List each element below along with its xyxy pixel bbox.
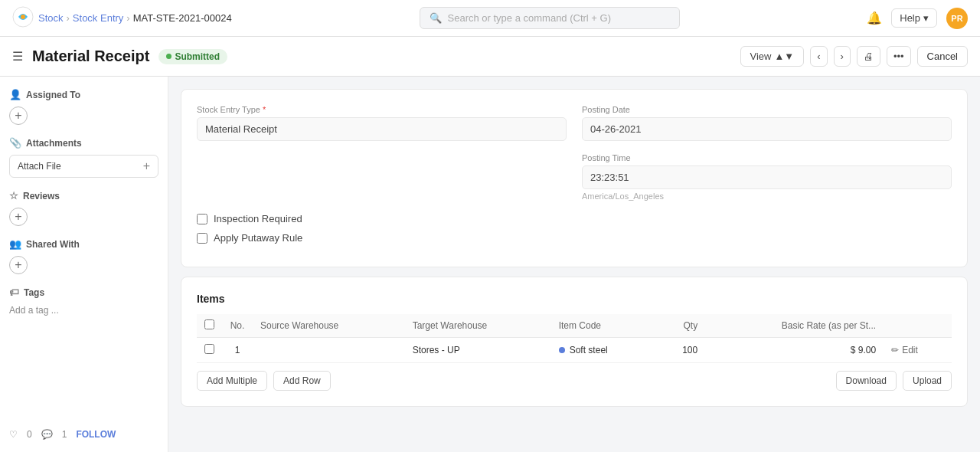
page-header: ☰ Material Receipt Submitted View ▲▼ ‹ ›…	[0, 37, 980, 77]
help-chevron-icon: ▾	[923, 12, 929, 24]
empty-col	[197, 153, 567, 201]
view-button[interactable]: View ▲▼	[740, 46, 805, 67]
topbar-right: 🔔 Help ▾ PR	[867, 8, 968, 29]
shared-icon: 👥	[9, 238, 21, 250]
items-table-body: 1 Stores - UP Soft steel 100 $ 9.00	[197, 338, 952, 363]
item-code-value: Soft steel	[570, 345, 608, 355]
stock-entry-type-label: Stock Entry Type *	[197, 105, 567, 114]
inspection-required-row: Inspection Required	[197, 213, 952, 224]
topbar-left: Stock › Stock Entry › MAT-STE-2021-00024	[12, 6, 232, 30]
table-actions: Add Multiple Add Row Download Upload	[197, 371, 952, 391]
more-options-button[interactable]: •••	[887, 46, 911, 67]
upload-button[interactable]: Upload	[903, 371, 952, 391]
main-layout: 👤 Assigned To + 📎 Attachments Attach Fil…	[0, 77, 980, 452]
prev-button[interactable]: ‹	[810, 46, 827, 67]
comments-count: 1	[62, 429, 67, 440]
more-icon: •••	[893, 51, 904, 62]
apply-putaway-checkbox[interactable]	[197, 233, 207, 244]
page-header-right: View ▲▼ ‹ › 🖨 ••• Cancel	[740, 46, 969, 67]
svg-point-1	[21, 15, 25, 19]
col-no: No.	[222, 314, 253, 338]
tags-title: 🏷 Tags	[9, 287, 158, 298]
posting-date-field: Posting Date 04-26-2021	[582, 105, 952, 141]
notification-bell-icon[interactable]: 🔔	[867, 11, 882, 25]
attach-file-button[interactable]: Attach File +	[9, 155, 158, 178]
app-logo[interactable]	[12, 6, 34, 30]
posting-time-field: Posting Time 23:23:51 America/Los_Angele…	[582, 153, 952, 201]
table-actions-right: Download Upload	[836, 371, 952, 391]
prev-icon: ‹	[817, 51, 820, 62]
download-button[interactable]: Download	[836, 371, 897, 391]
shared-with-label: Shared With	[26, 239, 80, 250]
search-box[interactable]: 🔍 Search or type a command (Ctrl + G)	[420, 7, 680, 29]
status-badge: Submitted	[158, 49, 227, 64]
col-target-warehouse: Target Warehouse	[405, 314, 551, 338]
table-actions-left: Add Multiple Add Row	[197, 371, 331, 391]
col-qty: Qty	[655, 314, 705, 338]
add-tag-link[interactable]: Add a tag ...	[9, 305, 59, 316]
add-multiple-button[interactable]: Add Multiple	[197, 371, 267, 391]
items-table-head: No. Source Warehouse Target Warehouse It…	[197, 314, 952, 338]
row-basic-rate-cell: $ 9.00	[705, 338, 884, 363]
posting-time-input[interactable]: 23:23:51	[582, 165, 952, 189]
user-icon: 👤	[9, 89, 21, 100]
comment-icon[interactable]: 💬	[41, 429, 53, 440]
items-table-wrap: No. Source Warehouse Target Warehouse It…	[197, 314, 952, 363]
heart-icon[interactable]: ♡	[9, 429, 18, 440]
tag-icon: 🏷	[9, 287, 19, 298]
help-button[interactable]: Help ▾	[891, 8, 937, 28]
apply-putaway-row: Apply Putaway Rule	[197, 232, 952, 244]
add-row-button[interactable]: Add Row	[273, 371, 331, 391]
row-item-code-cell: Soft steel	[551, 338, 656, 363]
attachments-section: 📎 Attachments Attach File +	[9, 137, 158, 178]
row-source-warehouse-cell	[253, 338, 405, 363]
inspection-required-checkbox[interactable]	[197, 214, 207, 224]
topbar: Stock › Stock Entry › MAT-STE-2021-00024…	[0, 0, 980, 37]
inspection-required-label: Inspection Required	[214, 213, 302, 224]
add-review-button[interactable]: +	[9, 208, 28, 226]
form-card: Stock Entry Type * Material Receipt Post…	[181, 89, 968, 267]
topbar-center: 🔍 Search or type a command (Ctrl + G)	[232, 7, 867, 29]
form-row-1: Stock Entry Type * Material Receipt Post…	[197, 105, 952, 141]
row-checkbox[interactable]	[204, 344, 214, 354]
breadcrumb: Stock › Stock Entry › MAT-STE-2021-00024	[38, 12, 232, 24]
breadcrumb-stock[interactable]: Stock	[38, 12, 64, 24]
tags-label: Tags	[24, 287, 44, 298]
add-shared-with-button[interactable]: +	[9, 256, 28, 274]
stock-entry-type-field: Stock Entry Type * Material Receipt	[197, 105, 567, 141]
sidebar-footer: ♡ 0 💬 1 FOLLOW	[9, 423, 158, 440]
attach-file-label: Attach File	[18, 161, 61, 172]
sidebar-toggle-icon[interactable]: ☰	[12, 49, 23, 64]
edit-label: Edit	[902, 345, 918, 355]
col-item-code: Item Code	[551, 314, 656, 338]
avatar[interactable]: PR	[946, 8, 968, 29]
sidebar: 👤 Assigned To + 📎 Attachments Attach Fil…	[0, 77, 168, 452]
view-label: View	[750, 51, 772, 62]
row-edit-cell: ✏ Edit	[884, 338, 952, 363]
select-all-checkbox[interactable]	[204, 319, 214, 329]
add-assigned-to-button[interactable]: +	[9, 106, 28, 125]
posting-date-label: Posting Date	[582, 105, 952, 114]
assigned-to-section: 👤 Assigned To +	[9, 89, 158, 125]
view-chevron-icon: ▲▼	[774, 51, 794, 62]
shared-with-title: 👥 Shared With	[9, 238, 158, 250]
item-code-with-dot: Soft steel	[559, 345, 648, 355]
shared-with-section: 👥 Shared With +	[9, 238, 158, 274]
content-area: Stock Entry Type * Material Receipt Post…	[168, 77, 980, 452]
breadcrumb-current: MAT-STE-2021-00024	[133, 12, 232, 24]
search-placeholder: Search or type a command (Ctrl + G)	[448, 12, 612, 24]
reviews-title: ☆ Reviews	[9, 190, 158, 201]
breadcrumb-sep-2: ›	[126, 12, 129, 24]
required-marker: *	[263, 105, 266, 114]
cancel-button[interactable]: Cancel	[917, 46, 968, 67]
print-button[interactable]: 🖨	[857, 46, 880, 67]
item-dot-icon	[559, 347, 565, 353]
next-button[interactable]: ›	[834, 46, 851, 67]
follow-button[interactable]: FOLLOW	[76, 429, 116, 440]
edit-row-button[interactable]: ✏ Edit	[891, 345, 944, 355]
page-header-left: ☰ Material Receipt Submitted	[12, 47, 227, 65]
attachments-label: Attachments	[26, 138, 82, 149]
status-dot	[166, 54, 172, 59]
breadcrumb-stock-entry[interactable]: Stock Entry	[73, 12, 123, 24]
posting-date-input[interactable]: 04-26-2021	[582, 117, 952, 141]
